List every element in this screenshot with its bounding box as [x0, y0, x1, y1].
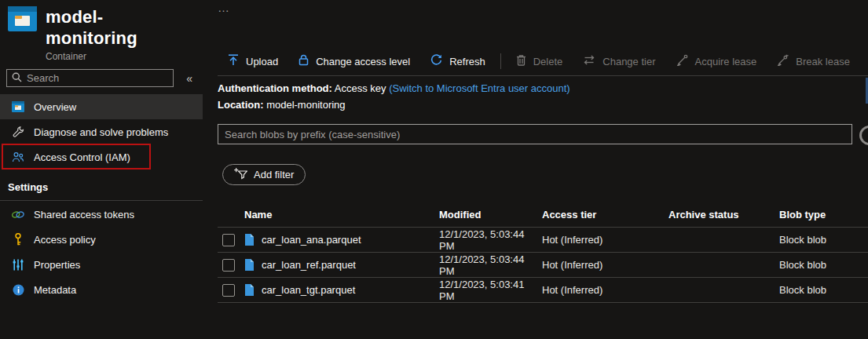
row-checkbox[interactable] [222, 259, 235, 272]
sidebar-item-metadata[interactable]: Metadata [0, 277, 203, 302]
container-info: Authentication method: Access key (Switc… [218, 80, 570, 113]
sidebar-item-label: Metadata [34, 284, 76, 296]
show-deleted-toggle-cutoff[interactable] [859, 126, 868, 145]
column-header-blob-type[interactable]: Blob type [779, 209, 868, 221]
sidebar-item-label: Properties [34, 259, 80, 271]
sidebar-nav: Overview Diagnose and solve problems Acc… [0, 94, 203, 170]
change-tier-label: Change tier [602, 56, 655, 67]
sidebar-item-overview[interactable]: Overview [0, 94, 203, 119]
sliders-icon [11, 259, 25, 271]
blob-file-icon [244, 234, 254, 246]
change-access-level-button[interactable]: Change access level [288, 47, 420, 75]
sidebar-item-label: Access Control (IAM) [34, 151, 130, 163]
blade-overflow-menu[interactable]: … [218, 1, 230, 14]
sidebar-item-label: Diagnose and solve problems [34, 126, 168, 138]
table-row[interactable]: car_loan_tgt.parquet 12/1/2023, 5:03:41 … [218, 278, 868, 303]
container-icon [8, 6, 37, 34]
switch-to-entra-link[interactable]: (Switch to Microsoft Entra user account) [389, 82, 570, 94]
container-small-icon [11, 101, 25, 112]
refresh-button[interactable]: Refresh [420, 47, 496, 75]
link-icon [11, 210, 25, 220]
page-subtitle: Container [46, 51, 195, 62]
swap-arrows-icon [583, 55, 595, 67]
authentication-method-line: Authentication method: Access key (Switc… [218, 80, 570, 97]
column-header-name[interactable]: Name [244, 209, 439, 221]
break-lease-label: Break lease [796, 56, 850, 67]
table-row[interactable]: car_loan_ana.parquet 12/1/2023, 5:03:44 … [218, 228, 868, 253]
blob-table: Name Modified Access tier Archive status… [218, 202, 868, 303]
settings-section-title: Settings [0, 170, 203, 200]
authentication-method-value: Access key [335, 82, 386, 94]
column-header-archive-status[interactable]: Archive status [668, 209, 779, 221]
blob-access-tier: Hot (Inferred) [542, 284, 668, 296]
people-icon [11, 151, 25, 163]
row-checkbox[interactable] [222, 234, 235, 246]
blob-name-link[interactable]: car_loan_ana.parquet [262, 234, 361, 246]
table-row[interactable]: car_loan_ref.parquet 12/1/2023, 5:03:44 … [218, 253, 868, 278]
trash-icon [516, 54, 526, 68]
acquire-lease-label: Acquire lease [695, 56, 757, 67]
search-icon [12, 72, 22, 85]
sidebar-item-label: Access policy [34, 234, 96, 246]
blob-access-tier: Hot (Inferred) [542, 259, 668, 271]
blade-header: model-monitoring Container [0, 0, 203, 62]
blob-type: Block blob [779, 259, 868, 271]
collapse-sidebar-button[interactable]: « [182, 71, 196, 86]
sidebar-item-diagnose[interactable]: Diagnose and solve problems [0, 119, 203, 144]
sidebar-item-access-policy[interactable]: Access policy [0, 227, 203, 252]
delete-label: Delete [533, 56, 563, 67]
command-bar: Upload Change access level Refresh Delet… [218, 47, 868, 76]
blob-modified: 12/1/2023, 5:03:44 PM [439, 253, 542, 277]
key-icon [11, 233, 25, 246]
location-value: model-monitoring [266, 99, 345, 111]
column-header-modified[interactable]: Modified [439, 209, 542, 221]
blob-name-link[interactable]: car_loan_ref.parquet [262, 259, 356, 271]
add-filter-button[interactable]: Add filter [222, 164, 306, 185]
blob-prefix-search-input[interactable] [225, 129, 845, 140]
location-line: Location: model-monitoring [218, 97, 570, 113]
page-title: model-monitoring [46, 6, 195, 49]
sidebar-search-box [6, 69, 174, 87]
table-header-row: Name Modified Access tier Archive status… [218, 202, 868, 228]
blob-search-box [218, 124, 852, 144]
change-access-level-label: Change access level [316, 56, 410, 67]
sidebar-item-label: Shared access tokens [34, 209, 134, 221]
blob-modified: 12/1/2023, 5:03:41 PM [439, 279, 542, 302]
upload-label: Upload [246, 56, 278, 67]
blob-access-tier: Hot (Inferred) [542, 234, 668, 246]
settings-nav: Shared access tokens Access policy Prope… [0, 202, 203, 302]
blob-file-icon [244, 284, 254, 296]
upload-button[interactable]: Upload [218, 47, 288, 75]
refresh-label: Refresh [449, 56, 485, 67]
upload-icon [228, 54, 239, 68]
location-label: Location: [218, 99, 264, 111]
change-tier-button[interactable]: Change tier [573, 47, 665, 75]
settings-divider [0, 200, 203, 201]
filter-plus-icon [234, 167, 247, 182]
acquire-lease-button[interactable]: Acquire lease [666, 47, 767, 75]
delete-button[interactable]: Delete [506, 47, 573, 75]
lease-pen-icon [676, 54, 688, 68]
blob-modified: 12/1/2023, 5:03:44 PM [439, 228, 542, 252]
wrench-icon [11, 126, 25, 138]
sidebar-item-label: Overview [34, 101, 76, 113]
column-header-access-tier[interactable]: Access tier [542, 209, 668, 221]
toolbar-separator [500, 53, 501, 69]
sidebar-item-access-control-iam[interactable]: Access Control (IAM) [0, 144, 203, 170]
row-checkbox[interactable] [222, 284, 235, 297]
sidebar-search-input[interactable] [27, 72, 168, 84]
break-lease-icon [777, 54, 789, 68]
break-lease-button[interactable]: Break lease [767, 47, 860, 75]
info-icon [11, 284, 25, 296]
blob-type: Block blob [779, 234, 868, 246]
lock-icon [298, 54, 309, 68]
blob-file-icon [244, 259, 254, 271]
add-filter-label: Add filter [254, 169, 294, 180]
sidebar-item-shared-access-tokens[interactable]: Shared access tokens [0, 202, 203, 227]
sidebar-item-properties[interactable]: Properties [0, 252, 203, 277]
container-main-panel: … Upload Change access level Refresh [218, 0, 868, 339]
authentication-method-label: Authentication method: [218, 82, 332, 94]
view-snapshots-button[interactable]: View snapshots [860, 47, 868, 75]
refresh-icon [430, 54, 442, 68]
blob-name-link[interactable]: car_loan_tgt.parquet [262, 284, 355, 296]
